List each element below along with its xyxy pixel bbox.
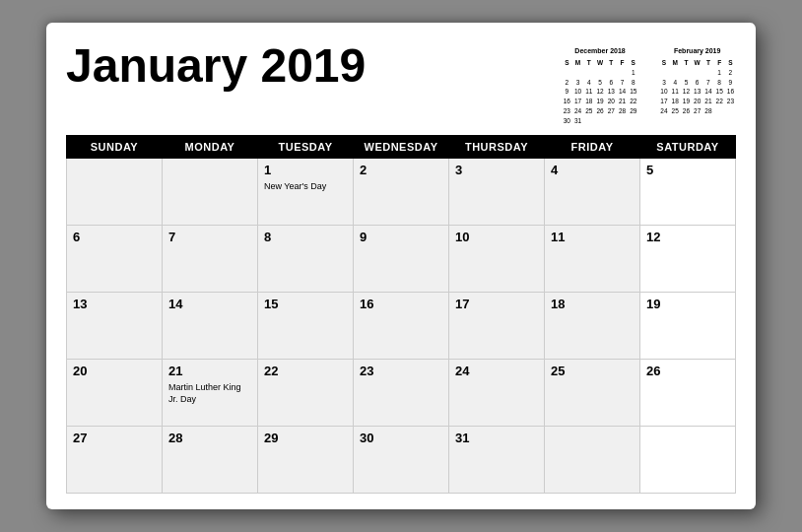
day-number: 4 bbox=[551, 163, 634, 177]
day-number: 8 bbox=[264, 230, 347, 244]
event-label: Martin Luther King Jr. Day bbox=[168, 382, 251, 405]
calendar-cell: 29 bbox=[258, 427, 354, 494]
day-number: 24 bbox=[455, 364, 538, 378]
calendar-cell bbox=[67, 159, 163, 226]
mini-cal-prev-title: December 2018 bbox=[562, 46, 639, 57]
day-number: 7 bbox=[168, 230, 251, 244]
day-number: 3 bbox=[455, 163, 538, 177]
calendar-cell: 7 bbox=[163, 226, 258, 293]
day-number: 21 bbox=[168, 364, 251, 378]
calendar-cell: 17 bbox=[449, 293, 545, 360]
calendar-cell: 12 bbox=[640, 226, 736, 293]
calendar-cell: 22 bbox=[258, 360, 354, 427]
day-number: 1 bbox=[264, 163, 347, 177]
day-number: 22 bbox=[264, 364, 347, 378]
col-header-monday: MONDAY bbox=[163, 136, 258, 159]
col-header-tuesday: TUESDAY bbox=[258, 136, 354, 159]
calendar-cell: 1New Year's Day bbox=[258, 159, 354, 226]
day-number: 11 bbox=[551, 230, 634, 244]
calendar-cell: 14 bbox=[163, 293, 258, 360]
calendar-cell: 28 bbox=[163, 427, 258, 494]
calendar-cell: 23 bbox=[354, 360, 449, 427]
calendar-cell: 5 bbox=[640, 159, 736, 226]
calendar-cell: 15 bbox=[258, 293, 354, 360]
calendar-cell: 27 bbox=[67, 427, 163, 494]
day-number: 30 bbox=[360, 431, 442, 445]
calendar-container: January 2019 December 2018 SMTWTFS123456… bbox=[46, 23, 756, 510]
mini-cal-next-title: February 2019 bbox=[658, 46, 736, 57]
calendar-cell: 26 bbox=[640, 360, 736, 427]
calendar-cell bbox=[640, 427, 736, 494]
day-number: 29 bbox=[264, 431, 347, 445]
calendar-cell: 31 bbox=[449, 427, 545, 494]
calendar-cell: 11 bbox=[545, 226, 640, 293]
col-header-thursday: THURSDAY bbox=[449, 136, 545, 159]
calendar-cell: 10 bbox=[449, 226, 545, 293]
calendar-cell: 4 bbox=[545, 159, 640, 226]
calendar-title: January 2019 bbox=[66, 42, 366, 90]
day-number: 5 bbox=[646, 163, 729, 177]
day-number: 9 bbox=[360, 230, 442, 244]
calendar-cell: 3 bbox=[449, 159, 545, 226]
calendar-cell: 13 bbox=[67, 293, 163, 360]
mini-cal-prev: December 2018 SMTWTFS1234567891011121314… bbox=[562, 46, 639, 126]
calendar-cell: 25 bbox=[545, 360, 640, 427]
day-number: 16 bbox=[360, 297, 442, 311]
calendar-cell bbox=[545, 427, 640, 494]
calendar-cell: 9 bbox=[354, 226, 449, 293]
mini-cal-next: February 2019 SMTWTFS1234567891011121314… bbox=[658, 46, 736, 126]
day-number: 2 bbox=[360, 163, 442, 177]
day-number: 28 bbox=[168, 431, 251, 445]
calendar-cell: 20 bbox=[67, 360, 163, 427]
day-number: 19 bbox=[646, 297, 729, 311]
day-number: 25 bbox=[551, 364, 634, 378]
calendar-cell: 24 bbox=[449, 360, 545, 427]
day-number: 13 bbox=[73, 297, 156, 311]
day-number: 12 bbox=[646, 230, 729, 244]
col-header-wednesday: WEDNESDAY bbox=[354, 136, 449, 159]
day-number: 10 bbox=[455, 230, 538, 244]
day-number: 6 bbox=[73, 230, 156, 244]
calendar-cell bbox=[163, 159, 258, 226]
calendar-cell: 8 bbox=[258, 226, 354, 293]
day-number: 31 bbox=[455, 431, 538, 445]
calendar-cell: 19 bbox=[640, 293, 736, 360]
calendar-cell: 21Martin Luther King Jr. Day bbox=[163, 360, 258, 427]
calendar-header: January 2019 December 2018 SMTWTFS123456… bbox=[66, 42, 736, 126]
day-number: 27 bbox=[73, 431, 156, 445]
col-header-friday: FRIDAY bbox=[545, 136, 640, 159]
main-calendar: SUNDAYMONDAYTUESDAYWEDNESDAYTHURSDAYFRID… bbox=[66, 135, 736, 494]
calendar-cell: 2 bbox=[354, 159, 449, 226]
day-number: 15 bbox=[264, 297, 347, 311]
mini-calendars: December 2018 SMTWTFS1234567891011121314… bbox=[562, 46, 736, 126]
col-header-sunday: SUNDAY bbox=[67, 136, 163, 159]
col-header-saturday: SATURDAY bbox=[640, 136, 736, 159]
day-number: 20 bbox=[73, 364, 156, 378]
event-label: New Year's Day bbox=[264, 181, 347, 193]
day-number: 26 bbox=[646, 364, 729, 378]
calendar-cell: 30 bbox=[354, 427, 449, 494]
day-number: 18 bbox=[551, 297, 634, 311]
calendar-cell: 18 bbox=[545, 293, 640, 360]
calendar-cell: 6 bbox=[67, 226, 163, 293]
calendar-cell: 16 bbox=[354, 293, 449, 360]
day-number: 14 bbox=[168, 297, 251, 311]
day-number: 23 bbox=[360, 364, 442, 378]
day-number: 17 bbox=[455, 297, 538, 311]
